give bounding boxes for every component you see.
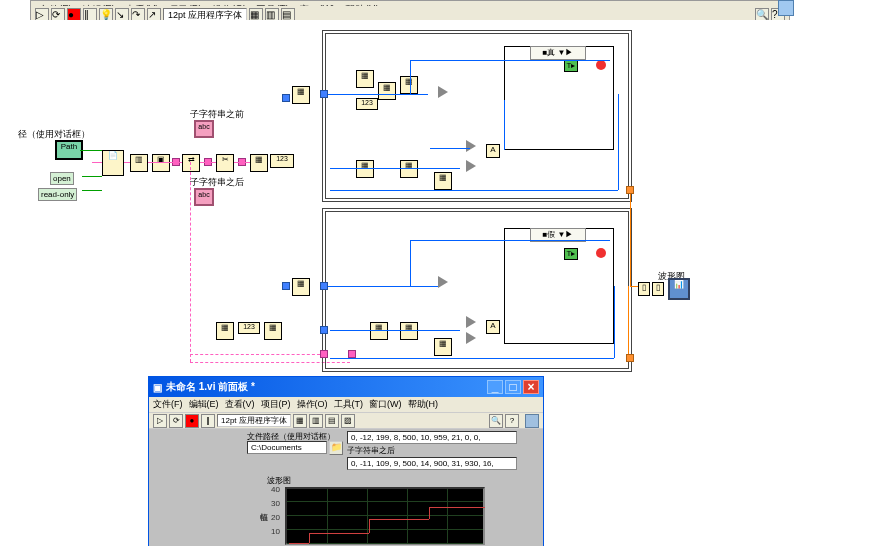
case-selector-upper[interactable]: ■真 ▼▶ — [530, 46, 586, 60]
read-node[interactable]: ▥ — [130, 154, 148, 172]
fp-canvas[interactable]: 文件路径（使用对话框） C:\Documents 📁 0, -12, 199, … — [149, 429, 543, 546]
path-control[interactable]: Path — [55, 140, 83, 160]
compare-u2[interactable] — [466, 140, 476, 152]
fp-help-button[interactable]: ? — [505, 414, 519, 428]
fp-menu-file[interactable]: 文件(F) — [153, 398, 183, 411]
abc-icon-2: abc — [198, 191, 209, 198]
fp-path-field[interactable]: C:\Documents — [247, 441, 327, 454]
node-u4[interactable]: ▦ — [400, 76, 418, 94]
open-const[interactable]: open — [50, 172, 74, 185]
node-u3[interactable]: ▦ — [378, 82, 396, 100]
node-u1[interactable]: ▦ — [292, 86, 310, 104]
term-o1 — [626, 186, 634, 194]
fp-toolbar: ▷ ⟳ ● ‖ 12pt 应用程序字体 ▦ ▥ ▤ ▨ 🔍 ? — [149, 413, 543, 429]
waveform-indicator[interactable]: 📊 — [668, 278, 690, 300]
close-button[interactable]: × — [523, 380, 539, 394]
loop-low-tunnel — [320, 282, 328, 290]
and-u1[interactable]: A — [486, 144, 500, 158]
and-l1[interactable]: A — [486, 320, 500, 334]
ytick-20: 20 — [271, 513, 280, 522]
compare-u3[interactable] — [466, 160, 476, 172]
compare-l3[interactable] — [466, 332, 476, 344]
node-u7[interactable]: ▦ — [434, 172, 452, 190]
fp-run-button[interactable]: ▷ — [153, 414, 167, 428]
stop-lower[interactable]: T▸ — [564, 248, 578, 260]
readonly-const[interactable]: read-only — [38, 188, 77, 201]
fp-distribute-button[interactable]: ▥ — [309, 414, 323, 428]
ytick-30: 30 — [271, 499, 280, 508]
node-l6[interactable]: ▦ — [400, 322, 418, 340]
n123-u1[interactable]: 123 — [356, 98, 378, 110]
fp-resize-button[interactable]: ▤ — [325, 414, 339, 428]
node-l5[interactable]: ▦ — [370, 322, 388, 340]
window-icon: ▣ — [153, 382, 162, 393]
fp-menu-edit[interactable]: 编辑(E) — [189, 398, 219, 411]
node-l3[interactable]: ▦ — [264, 322, 282, 340]
term-lp1 — [320, 350, 328, 358]
merge-node-1[interactable]: ▯ — [638, 282, 650, 296]
conv-node-1[interactable]: ⇄ — [182, 154, 200, 172]
fp-pause-button[interactable]: ‖ — [201, 414, 215, 428]
fp-menu-proj[interactable]: 项目(P) — [261, 398, 291, 411]
fp-arr2[interactable]: 0, -11, 109, 9, 500, 14, 900, 31, 930, 1… — [347, 457, 517, 470]
node-l1[interactable]: ▦ — [292, 278, 310, 296]
term-o2 — [626, 354, 634, 362]
fp-menu-tool[interactable]: 工具(T) — [334, 398, 364, 411]
waveform-chart[interactable] — [285, 487, 485, 545]
vi-icon[interactable] — [778, 0, 794, 16]
node-u2[interactable]: ▦ — [356, 70, 374, 88]
stop-terminal-upper[interactable] — [596, 60, 606, 70]
front-panel-window[interactable]: ▣ 未命名 1.vi 前面板 * _ □ × 文件(F) 编辑(E) 查看(V)… — [148, 376, 544, 546]
loop-up-in — [282, 94, 290, 102]
split-node[interactable]: ✂ — [216, 154, 234, 172]
node-u6[interactable]: ▦ — [400, 160, 418, 178]
fp-search-button[interactable]: 🔍 — [489, 414, 503, 428]
term-lp2 — [348, 350, 356, 358]
window-title: 未命名 1.vi 前面板 * — [166, 380, 255, 394]
maximize-button[interactable]: □ — [505, 380, 521, 394]
sub-before-indicator[interactable]: abc — [194, 120, 214, 138]
close-node[interactable]: ▣ — [152, 154, 170, 172]
stop-terminal-lower[interactable] — [596, 248, 606, 258]
fp-subafter-label: 子字符串之后 — [347, 445, 395, 456]
fp-menu-view[interactable]: 查看(V) — [225, 398, 255, 411]
compare-l2[interactable] — [466, 316, 476, 328]
ytick-40: 40 — [271, 485, 280, 494]
loop-low-tunnel2 — [320, 326, 328, 334]
node-u5[interactable]: ▦ — [356, 160, 374, 178]
node-l7[interactable]: ▦ — [434, 338, 452, 356]
n123-node-1[interactable]: 123 — [270, 154, 294, 168]
fp-runcont-button[interactable]: ⟳ — [169, 414, 183, 428]
ytick-10: 10 — [271, 527, 280, 536]
path-control-label: Path — [61, 142, 77, 151]
sub-after-indicator[interactable]: abc — [194, 188, 214, 206]
fp-align-button[interactable]: ▦ — [293, 414, 307, 428]
file-open-node[interactable]: 📄 — [102, 150, 124, 176]
fp-font-selector[interactable]: 12pt 应用程序字体 — [217, 414, 291, 427]
compare-u1[interactable] — [438, 86, 448, 98]
case-structure-lower[interactable] — [504, 228, 614, 344]
fp-arr1[interactable]: 0, -12, 199, 8, 500, 10, 959, 21, 0, 0, — [347, 431, 517, 444]
fp-vi-icon[interactable] — [525, 414, 539, 428]
merge-node-2[interactable]: ▯ — [652, 282, 664, 296]
fp-reorder-button[interactable]: ▨ — [341, 414, 355, 428]
fp-menu-win[interactable]: 窗口(W) — [369, 398, 402, 411]
abc-icon: abc — [198, 123, 209, 130]
fp-menu: 文件(F) 编辑(E) 查看(V) 项目(P) 操作(O) 工具(T) 窗口(W… — [149, 397, 543, 413]
fp-menu-op[interactable]: 操作(O) — [297, 398, 328, 411]
fp-abort-button[interactable]: ● — [185, 414, 199, 428]
node-l2[interactable]: ▦ — [216, 322, 234, 340]
fp-menu-help[interactable]: 帮助(H) — [408, 398, 439, 411]
loop-up-tunnel — [320, 90, 328, 98]
browse-button[interactable]: 📁 — [329, 441, 343, 455]
minimize-button[interactable]: _ — [487, 380, 503, 394]
titlebar[interactable]: ▣ 未命名 1.vi 前面板 * _ □ × — [149, 377, 543, 397]
conv-node-2[interactable]: ▦ — [250, 154, 268, 172]
compare-l1[interactable] — [438, 276, 448, 288]
n123-l1[interactable]: 123 — [238, 322, 260, 334]
loop-low-in — [282, 282, 290, 290]
stop-upper[interactable]: T▸ — [564, 60, 578, 72]
